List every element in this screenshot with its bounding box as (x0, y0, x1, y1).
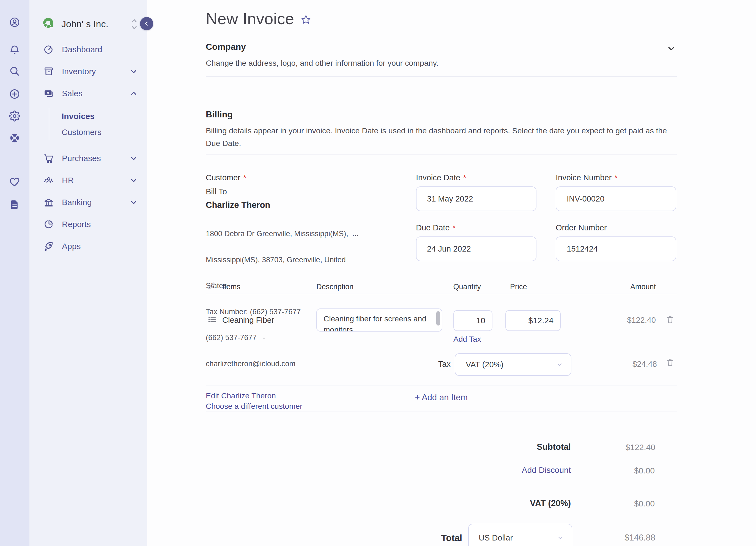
sidebar-item-hr[interactable]: HR (29, 169, 147, 191)
shopping-cart-icon (43, 153, 54, 164)
total-label: Total (380, 533, 462, 543)
pencil-icon (207, 281, 216, 290)
customer-address-line1: 1800 Debra Dr Greenville, Mississippi(MS… (206, 230, 358, 239)
sidebar-item-customers[interactable]: Customers (62, 124, 147, 140)
customer-details: 1800 Debra Dr Greenville, Mississippi(MS… (206, 212, 358, 385)
divider (206, 76, 677, 77)
divider (206, 155, 677, 155)
favorite-star-icon[interactable] (300, 14, 312, 26)
invoice-app: John' s Inc. Dashboard Inventory Sales (0, 0, 756, 546)
items-column-header: Items (222, 282, 240, 291)
sidebar-item-label: HR (62, 176, 74, 185)
tax-amount: $24.48 (601, 359, 657, 369)
invoice-date-input[interactable] (416, 187, 536, 211)
sidebar-nav: Dashboard Inventory Sales Invoices Custo… (29, 39, 147, 257)
item-description-input[interactable]: Cleaning fiber for screens and monitors (317, 309, 434, 331)
chevron-down-icon (130, 154, 138, 163)
bell-icon[interactable] (9, 44, 20, 55)
sidebar-item-apps[interactable]: Apps (29, 235, 147, 257)
sidebar-collapse-button[interactable] (140, 17, 153, 30)
invoice-number-input[interactable] (556, 187, 676, 211)
add-discount-link[interactable]: Add Discount (461, 465, 571, 475)
search-icon[interactable] (9, 66, 20, 77)
currency-select[interactable]: US Dollar (468, 524, 572, 546)
sidebar-item-label: Banking (62, 198, 92, 207)
tax-row-label: Tax (398, 359, 451, 369)
life-ring-icon[interactable] (9, 133, 20, 144)
page-title: New Invoice (206, 9, 294, 28)
description-column-header: Description (316, 282, 354, 291)
sidebar-item-invoices[interactable]: Invoices (62, 108, 147, 124)
add-item-button[interactable]: + Add an Item (206, 392, 677, 402)
chevron-up-icon (130, 89, 138, 98)
subtotal-value: $122.40 (587, 443, 655, 452)
vat-label: VAT (20%) (461, 498, 571, 508)
item-quantity-input[interactable] (453, 310, 492, 331)
chevron-down-icon (130, 176, 138, 185)
sidebar-item-reports[interactable]: Reports (29, 213, 147, 235)
heart-icon[interactable] (9, 177, 20, 188)
sidebar-item-label: Purchases (62, 154, 101, 163)
sidebar-item-label: Reports (62, 220, 91, 229)
sidebar-item-inventory[interactable]: Inventory (29, 61, 147, 83)
item-name[interactable]: Cleaning Fiber (222, 315, 274, 325)
customer-phone: (662) 537-7677 - (206, 333, 358, 342)
customer-name: Charlize Theron (206, 200, 358, 210)
total-value: $146.88 (587, 533, 655, 543)
document-icon[interactable] (9, 199, 20, 210)
quantity-column-header: Quantity (442, 282, 481, 291)
user-account-icon[interactable] (9, 17, 20, 28)
sidebar-item-label: Dashboard (62, 45, 102, 54)
chevron-down-icon (130, 198, 138, 207)
currency-select-value: US Dollar (469, 533, 513, 542)
sidebar-item-dashboard[interactable]: Dashboard (29, 39, 147, 61)
item-amount: $122.40 (601, 315, 656, 325)
divider (206, 411, 677, 412)
sidebar: John' s Inc. Dashboard Inventory Sales (29, 0, 147, 546)
org-switch-arrows-icon[interactable] (131, 17, 138, 30)
company-name: John' s Inc. (61, 19, 108, 29)
main-panel: New Invoice Company Change the address, … (147, 0, 756, 546)
item-drag-handle-icon[interactable] (207, 315, 217, 324)
sidebar-item-purchases[interactable]: Purchases (29, 147, 147, 169)
plus-circle-icon[interactable] (9, 89, 20, 100)
sidebar-item-banking[interactable]: Banking (29, 191, 147, 213)
tax-select-value: VAT (20%) (455, 360, 503, 369)
sales-submenu: Invoices Customers (49, 108, 147, 140)
bill-to-label: Bill To (206, 187, 358, 196)
due-date-label: Due Date* (416, 223, 456, 232)
item-price-input[interactable] (505, 310, 561, 331)
inventory-box-icon (43, 66, 54, 77)
sidebar-item-label: Inventory (62, 67, 96, 76)
textarea-scrollbar[interactable] (436, 311, 440, 325)
required-asterisk: * (453, 223, 456, 232)
delete-tax-trash-icon[interactable] (666, 358, 675, 367)
gear-icon[interactable] (9, 111, 20, 122)
customer-email: charlizetheron@icloud.com (206, 359, 358, 368)
company-expand-chevron-icon[interactable] (666, 43, 676, 53)
item-description-field[interactable]: Cleaning fiber for screens and monitors (316, 308, 442, 331)
divider (206, 385, 677, 385)
company-section-description: Change the address, logo, and other info… (206, 57, 673, 69)
choose-customer-link[interactable]: Choose a different customer (206, 402, 358, 411)
add-tax-link[interactable]: Add Tax (453, 335, 481, 344)
company-logo-icon (42, 17, 56, 30)
required-asterisk: * (463, 173, 466, 182)
required-asterisk: * (243, 173, 246, 182)
sidebar-item-label: Invoices (62, 112, 95, 121)
vat-value: $0.00 (587, 499, 655, 508)
order-number-input[interactable] (556, 237, 676, 261)
people-group-icon (43, 175, 54, 186)
divider (206, 293, 677, 294)
organization-switcher[interactable]: John' s Inc. (29, 0, 147, 36)
delete-item-trash-icon[interactable] (666, 315, 675, 324)
price-column-header: Price (510, 282, 527, 291)
required-asterisk: * (614, 173, 617, 182)
chevron-left-icon (143, 20, 150, 27)
sidebar-item-sales[interactable]: Sales (29, 83, 147, 105)
order-number-label: Order Number (556, 223, 607, 232)
due-date-input[interactable] (416, 237, 536, 261)
chevron-down-icon (130, 67, 138, 76)
tax-select[interactable]: VAT (20%) (455, 353, 571, 376)
billing-section-description: Billing details appear in your invoice. … (206, 124, 673, 150)
